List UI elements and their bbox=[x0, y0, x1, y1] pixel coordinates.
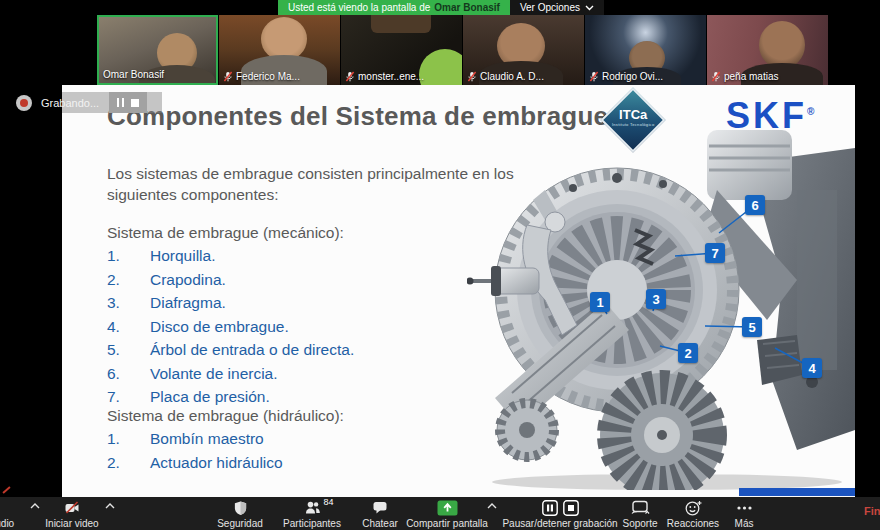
callout-1: 1 bbox=[590, 292, 610, 312]
screen-share-banner: Usted está viendo la pantalla de Omar Bo… bbox=[278, 0, 604, 15]
participant-strip: Omar Bonasif Federico Ma... monster..ene… bbox=[97, 15, 828, 85]
list-item: 1.Bombín maestro bbox=[107, 430, 437, 454]
callout-2: 2 bbox=[678, 343, 698, 363]
itca-sub-label: Instituto Tecnológico bbox=[612, 120, 654, 130]
participant-name: Claudio A. D... bbox=[480, 71, 544, 82]
slide-title: Componentes del Sistema de embrague bbox=[107, 101, 608, 132]
video-thumbnail-omar[interactable]: Omar Bonasif bbox=[97, 15, 218, 85]
audio-button[interactable]: Activar Audio bbox=[0, 499, 30, 529]
participant-name: peña matias bbox=[724, 71, 778, 82]
share-screen-icon bbox=[437, 500, 458, 516]
share-options-caret[interactable] bbox=[487, 503, 497, 509]
list-item: 2.Crapodina. bbox=[107, 271, 437, 295]
green-object bbox=[419, 49, 462, 85]
recording-controls bbox=[109, 92, 147, 113]
mic-muted-icon bbox=[467, 71, 477, 82]
itca-logo-text: ITCa Instituto Tecnológico bbox=[612, 110, 654, 130]
security-button[interactable]: Seguridad bbox=[208, 499, 272, 529]
participant-name-tag: monster..ene... bbox=[345, 71, 424, 82]
participants-button[interactable]: 84 Participantes bbox=[272, 499, 352, 529]
reactions-smiley-icon bbox=[685, 500, 702, 516]
chevron-down-icon bbox=[585, 5, 594, 11]
mic-muted-icon bbox=[345, 71, 355, 82]
participants-icon bbox=[304, 500, 321, 515]
share-banner-prefix: Usted está viendo la pantalla de bbox=[288, 2, 430, 13]
list-item: 2.Actuador hidráulico bbox=[107, 454, 437, 478]
meeting-toolbar: Activar Audio Iniciar video Seguridad 84… bbox=[0, 497, 880, 530]
video-options-caret[interactable] bbox=[105, 503, 115, 509]
chat-bubble-icon bbox=[372, 500, 388, 515]
video-thumbnail-pena[interactable]: peña matias bbox=[707, 15, 828, 85]
hydraulic-heading: Sistema de embrague (hidráulico): bbox=[107, 407, 344, 425]
participant-name-tag: Claudio A. D... bbox=[467, 71, 544, 82]
callout-4: 4 bbox=[802, 358, 822, 378]
hydraulic-list: 1.Bombín maestro 2.Actuador hidráulico bbox=[107, 430, 437, 477]
share-banner-presenter: Omar Bonasif bbox=[434, 2, 500, 13]
reactions-button[interactable]: Reacciones bbox=[660, 499, 726, 529]
participant-name: Federico Ma... bbox=[236, 71, 300, 82]
ellipsis-icon bbox=[736, 500, 753, 516]
video-thumbnail-claudio[interactable]: Claudio A. D... bbox=[463, 15, 584, 85]
callout-5: 5 bbox=[742, 317, 762, 337]
video-thumbnail-rodrigo[interactable]: Rodrigo Ovi... bbox=[585, 15, 706, 85]
callout-3: 3 bbox=[646, 289, 666, 309]
list-item: 5.Árbol de entrada o de directa. bbox=[107, 341, 437, 365]
list-item: 1.Horquilla. bbox=[107, 247, 437, 271]
participant-name: Rodrigo Ovi... bbox=[602, 71, 663, 82]
end-meeting-button[interactable]: Finalizar bbox=[864, 505, 880, 517]
mechanical-list: 1.Horquilla. 2.Crapodina. 3.Diafragma. 4… bbox=[107, 247, 437, 412]
video-thumbnail-monster[interactable]: monster..ene... bbox=[341, 15, 462, 85]
camera-muted-icon bbox=[63, 500, 81, 515]
stop-recording-icon bbox=[563, 500, 579, 516]
slide-intro-text: Los sistemas de embrague consisten princ… bbox=[107, 163, 514, 205]
callout-6: 6 bbox=[745, 195, 765, 215]
slide-footer-strip bbox=[739, 488, 855, 496]
participant-name-tag: Rodrigo Ovi... bbox=[589, 71, 663, 82]
list-item: 6.Volante de inercia. bbox=[107, 365, 437, 389]
shield-icon bbox=[233, 500, 248, 516]
mic-muted-icon bbox=[589, 71, 599, 82]
mechanical-heading: Sistema de embrague (mecánico): bbox=[107, 224, 344, 242]
shared-screen-slide: Componentes del Sistema de embrague ITCa… bbox=[62, 85, 855, 497]
participant-name: monster..ene... bbox=[358, 71, 424, 82]
participant-name-tag: Federico Ma... bbox=[223, 71, 300, 82]
participant-name-tag: peña matias bbox=[711, 71, 778, 82]
stop-recording-icon[interactable] bbox=[131, 99, 139, 107]
pause-recording-icon bbox=[542, 500, 558, 516]
more-button[interactable]: Más bbox=[722, 499, 766, 529]
support-icon bbox=[630, 500, 650, 515]
skf-registered-mark: ® bbox=[807, 106, 814, 117]
pause-recording-icon[interactable] bbox=[117, 98, 124, 107]
video-thumbnail-federico[interactable]: Federico Ma... bbox=[219, 15, 340, 85]
view-options-button[interactable]: Ver Opciones bbox=[510, 0, 604, 15]
participant-body bbox=[371, 15, 431, 33]
participant-name-tag: Omar Bonasif bbox=[103, 69, 164, 80]
pause-stop-recording-button[interactable]: Pausar/detener grabación bbox=[498, 499, 622, 529]
mic-muted-slash-fragment bbox=[2, 486, 10, 493]
participant-name: Omar Bonasif bbox=[103, 69, 164, 80]
callout-7: 7 bbox=[705, 243, 725, 263]
participant-face bbox=[759, 21, 805, 69]
recording-indicator: Grabando... bbox=[16, 92, 147, 113]
share-screen-button[interactable]: Compartir pantalla bbox=[400, 499, 494, 529]
share-banner-text: Usted está viendo la pantalla de Omar Bo… bbox=[278, 0, 510, 15]
recording-label: Grabando... bbox=[41, 97, 99, 109]
mic-muted-icon bbox=[223, 71, 233, 82]
start-video-button[interactable]: Iniciar video bbox=[40, 499, 104, 529]
participants-count-badge: 84 bbox=[324, 497, 334, 507]
view-options-label: Ver Opciones bbox=[520, 2, 580, 13]
audio-options-caret[interactable] bbox=[30, 503, 40, 509]
recording-dot-icon bbox=[16, 95, 32, 111]
mic-muted-icon bbox=[711, 71, 721, 82]
zoom-meeting-window: Usted está viendo la pantalla de Omar Bo… bbox=[0, 0, 880, 530]
list-item: 3.Diafragma. bbox=[107, 294, 437, 318]
clutch-diagram-image bbox=[467, 130, 855, 490]
list-item: 4.Disco de embrague. bbox=[107, 318, 437, 342]
